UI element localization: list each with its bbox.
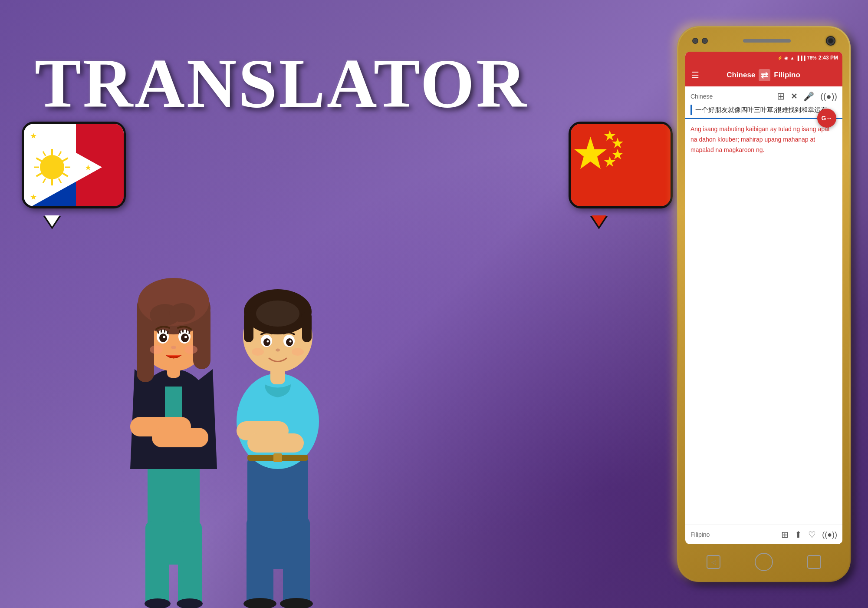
home-button[interactable] (755, 553, 773, 571)
svg-text:★: ★ (30, 132, 37, 140)
svg-point-43 (169, 303, 195, 322)
svg-point-60 (184, 345, 197, 354)
usb-icon: ⚡ (777, 56, 783, 60)
svg-point-84 (252, 348, 264, 356)
svg-rect-27 (145, 521, 169, 608)
svg-point-59 (150, 345, 163, 354)
share-icon[interactable]: ⬆ (795, 529, 802, 540)
svg-point-81 (267, 340, 269, 343)
svg-rect-75 (244, 312, 253, 342)
svg-point-74 (256, 301, 299, 327)
chinese-input-text[interactable]: 一个好朋友就像四叶三叶草;很难找到和幸运有。 (690, 105, 837, 115)
svg-rect-89 (273, 453, 282, 462)
svg-point-48 (163, 336, 165, 338)
svg-point-58 (171, 346, 176, 349)
favorite-icon[interactable]: ♡ (808, 529, 816, 540)
language-selector[interactable]: Chinese ⇄ Filipino (727, 69, 800, 81)
svg-rect-64 (247, 517, 273, 608)
output-footer: Filipino ⊞ ⬆ ♡ ((●)) (685, 525, 842, 544)
input-toolbar: ⊞ ✕ 🎤 ((●)) (777, 91, 837, 102)
source-language-label[interactable]: Chinese (727, 71, 755, 79)
svg-point-85 (292, 348, 304, 356)
svg-rect-65 (283, 517, 310, 608)
chinese-flag-svg (571, 124, 673, 208)
chinese-text-content: 一个好朋友就像四叶三叶草;很难找到和幸运有。 (695, 105, 837, 115)
svg-point-83 (276, 349, 280, 352)
svg-rect-28 (178, 521, 202, 608)
battery-level: 78% (807, 55, 817, 60)
speaker-grille (743, 39, 791, 43)
front-sensor (702, 38, 708, 44)
front-camera (692, 38, 698, 44)
output-listen-icon[interactable]: ((●)) (822, 530, 837, 539)
divider: G↔ (685, 118, 842, 119)
back-button[interactable]: ◁ (707, 555, 720, 569)
clock-time: 2:43 PM (819, 55, 838, 61)
clipboard-icon[interactable]: ⊞ (777, 91, 785, 102)
copy-icon[interactable]: ⊞ (781, 529, 789, 540)
phone-device: ⚡ ◉ ▲ ▐▐▐ 78% 2:43 PM ☰ Chinese ⇄ Filipi… (677, 26, 851, 582)
svg-rect-52 (164, 329, 165, 333)
app-toolbar: ☰ Chinese ⇄ Filipino (685, 64, 842, 86)
svg-rect-76 (302, 312, 312, 342)
svg-rect-51 (161, 329, 162, 333)
translate-button[interactable]: G↔ (817, 109, 836, 128)
svg-point-49 (184, 336, 187, 338)
male-character (208, 204, 347, 608)
svg-point-79 (263, 338, 270, 346)
svg-point-82 (289, 340, 292, 343)
svg-text:★: ★ (30, 193, 37, 202)
svg-rect-20 (571, 124, 673, 208)
chinese-flag-bubble (569, 122, 673, 217)
output-area: Ang isang mabuting kaibigan ay tulad ng … (685, 119, 842, 525)
output-language-label: Filipino (690, 531, 710, 538)
signal-bars: ▐▐▐ (796, 56, 805, 60)
wifi-icon: ▲ (790, 56, 794, 60)
rear-camera (826, 36, 835, 46)
output-toolbar: ⊞ ⬆ ♡ ((●)) (781, 529, 837, 540)
status-bar: ⚡ ◉ ▲ ▐▐▐ 78% 2:43 PM (685, 52, 842, 64)
svg-text:★: ★ (85, 163, 92, 172)
recents-button[interactable] (807, 555, 821, 569)
input-language-label: Chinese (690, 93, 713, 100)
hamburger-menu-icon[interactable]: ☰ (691, 71, 699, 79)
app-title: TRANSLATOR (35, 43, 528, 124)
svg-rect-12 (65, 167, 70, 168)
clear-icon[interactable]: ✕ (791, 92, 797, 101)
translated-text-content: Ang isang mabuting kaibigan ay tulad ng … (690, 124, 837, 155)
male-character-svg (208, 204, 347, 608)
svg-rect-35 (152, 428, 208, 447)
svg-rect-56 (186, 329, 187, 333)
svg-rect-8 (51, 178, 53, 185)
svg-rect-5 (51, 149, 53, 156)
phone-nav-bar: ◁ (685, 549, 842, 575)
phone-screen: ⚡ ◉ ▲ ▐▐▐ 78% 2:43 PM ☰ Chinese ⇄ Filipi… (685, 52, 842, 544)
svg-rect-55 (182, 329, 184, 333)
target-language-label[interactable]: Filipino (774, 71, 800, 79)
svg-rect-87 (247, 433, 304, 453)
svg-point-4 (40, 155, 64, 179)
android-icon: ◉ (784, 56, 788, 60)
listen-icon[interactable]: ((●)) (820, 92, 837, 102)
phone-top-bar (685, 33, 842, 49)
status-icons: ⚡ ◉ ▲ ▐▐▐ 78% 2:43 PM (777, 55, 838, 61)
swap-languages-icon[interactable]: ⇄ (759, 69, 770, 81)
microphone-icon[interactable]: 🎤 (803, 91, 814, 102)
translate-icon: G↔ (822, 115, 832, 122)
svg-point-80 (286, 338, 293, 346)
svg-rect-15 (34, 167, 39, 168)
